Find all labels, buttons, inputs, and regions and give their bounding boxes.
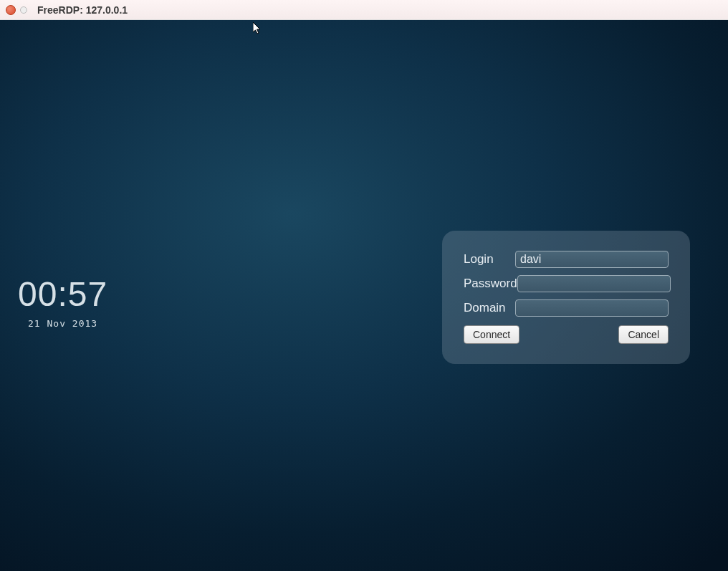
clock-date: 21 Nov 2013 — [18, 318, 107, 329]
login-panel: Login Password Domain Connect Cancel — [442, 231, 690, 364]
desktop-background: 00:57 21 Nov 2013 Login Password Domain … — [0, 20, 728, 571]
password-row: Password — [464, 275, 669, 292]
password-label: Password — [464, 277, 517, 291]
window-controls — [6, 5, 27, 15]
minimize-icon[interactable] — [20, 6, 27, 14]
connect-button[interactable]: Connect — [464, 325, 519, 344]
cancel-button[interactable]: Cancel — [618, 325, 669, 344]
login-label: Login — [464, 252, 515, 267]
button-row: Connect Cancel — [464, 325, 669, 344]
login-row: Login — [464, 251, 669, 268]
cursor-icon — [253, 22, 263, 38]
titlebar: FreeRDP: 127.0.0.1 — [0, 0, 728, 20]
clock-time: 00:57 — [18, 274, 107, 314]
login-input[interactable] — [515, 251, 669, 268]
domain-label: Domain — [464, 301, 515, 315]
password-input[interactable] — [517, 275, 671, 292]
clock-area: 00:57 21 Nov 2013 — [18, 274, 107, 329]
domain-input[interactable] — [515, 299, 669, 317]
window-title: FreeRDP: 127.0.0.1 — [37, 4, 128, 16]
close-icon[interactable] — [6, 5, 16, 15]
domain-row: Domain — [464, 299, 669, 317]
